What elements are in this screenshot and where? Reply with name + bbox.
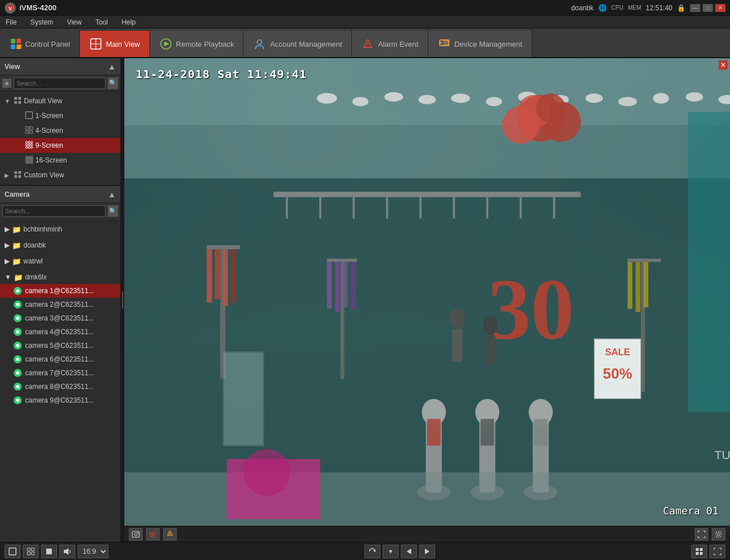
svg-rect-113 (427, 419, 440, 446)
svg-rect-30 (31, 141, 33, 143)
camera-item-7[interactable]: camera 7@C623511... (0, 366, 120, 380)
add-view-button[interactable]: + (2, 79, 11, 88)
layout-button[interactable] (691, 545, 707, 558)
svg-rect-157 (696, 548, 699, 551)
svg-rect-151 (31, 552, 34, 555)
camera-group-header-watrwl[interactable]: ▶ 📁 watrwl (0, 254, 120, 268)
tab-label-device-management: Device Management (455, 40, 522, 48)
camera-item-8[interactable]: camera 8@C623511... (0, 380, 120, 393)
refresh-button[interactable] (364, 545, 380, 558)
camera-item-5[interactable]: camera 5@C623511... (0, 339, 120, 352)
tree-item-1-screen[interactable]: 1-Screen (0, 108, 120, 123)
camera-panel-header[interactable]: Camera ▲ (0, 186, 120, 203)
close-button[interactable]: ✕ (715, 4, 725, 12)
tree-item-16-screen[interactable]: 16-Screen (0, 153, 120, 168)
camera-item-2[interactable]: camera 2@C623511... (0, 298, 120, 311)
single-screen-button[interactable] (5, 545, 21, 558)
svg-rect-27 (30, 131, 33, 133)
svg-text:SALE: SALE (605, 347, 630, 357)
svg-rect-35 (29, 147, 30, 148)
svg-rect-135 (485, 335, 496, 365)
view-search-input[interactable] (14, 78, 106, 89)
expand-button[interactable] (695, 528, 708, 541)
minimize-button[interactable]: — (690, 4, 700, 12)
menu-file[interactable]: File (2, 17, 20, 27)
maximize-button[interactable]: □ (703, 4, 713, 12)
aspect-ratio-select[interactable]: 16:9 4:3 1:1 (78, 545, 108, 558)
window-controls: — □ ✕ (690, 4, 725, 12)
next-button[interactable] (419, 545, 435, 558)
default-view-icon (14, 96, 22, 106)
camera-label-6: camera 6@C623511... (25, 355, 94, 363)
quad-screen-button[interactable] (23, 545, 39, 558)
view-panel-header[interactable]: View ▲ (0, 58, 120, 75)
tree-item-4-screen[interactable]: 4-Screen (0, 123, 120, 138)
video-area: ✕ (124, 58, 730, 542)
svg-point-142 (137, 532, 139, 533)
svg-point-132 (449, 309, 465, 328)
lock-icon: 🔒 (677, 4, 686, 12)
menu-tool[interactable]: Tool (92, 17, 111, 27)
stop-all-button[interactable] (41, 545, 57, 558)
video-bottom-right-icons (695, 528, 725, 541)
tree-item-custom-view[interactable]: ▶ Custom View (0, 168, 120, 182)
camera-group-header-doanbk[interactable]: ▶ 📁 doanbk (0, 238, 120, 252)
camera-toolbar: 🔍 (0, 203, 120, 219)
alarm-button[interactable] (163, 528, 177, 541)
view-panel: View ▲ + 🔍 ▼ (0, 58, 120, 185)
volume-button[interactable] (59, 545, 75, 558)
camera-item-1[interactable]: camera 1@C623511... (0, 284, 120, 298)
fullscreen-button[interactable] (709, 545, 725, 558)
toggle-watrwl: ▶ (5, 257, 10, 265)
custom-view-label: Custom View (24, 171, 64, 179)
svg-text:V: V (9, 6, 12, 11)
settings-video-button[interactable] (712, 528, 725, 541)
camera-item-9[interactable]: camera 9@C623511... (0, 393, 120, 407)
tab-device-management[interactable]: Device Management (428, 31, 532, 57)
svg-rect-127 (644, 262, 648, 307)
camera-status-5 (14, 342, 22, 350)
view-search-button[interactable]: 🔍 (108, 78, 118, 89)
svg-rect-159 (696, 552, 699, 555)
tab-control-panel[interactable]: Control Panel (0, 31, 80, 57)
default-view-label: Default View (24, 97, 62, 105)
cpu-icon: CPU (611, 5, 623, 11)
status-center-controls: ▾ (364, 545, 435, 558)
video-timestamp: 11-24-2018 Sat 11:49:41 (136, 67, 307, 81)
camera-search-button[interactable]: 🔍 (108, 205, 118, 217)
prev-button[interactable] (401, 545, 417, 558)
svg-rect-102 (231, 249, 236, 303)
tree-item-9-screen[interactable]: 9-Screen (0, 138, 120, 153)
dropdown-refresh-button[interactable]: ▾ (383, 545, 399, 558)
camera-search-input[interactable] (2, 205, 106, 217)
svg-rect-43 (30, 158, 31, 160)
menu-view[interactable]: View (63, 17, 85, 27)
svg-rect-51 (30, 162, 31, 164)
screenshot-button[interactable] (129, 528, 143, 541)
group-label-watrwl: watrwl (23, 257, 43, 265)
title-bar: V iVMS-4200 doanbk 🌐 CPU MEM 12:51:40 🔒 … (0, 0, 730, 16)
camera-item-3[interactable]: camera 3@C623511... (0, 311, 120, 325)
svg-rect-46 (28, 160, 30, 162)
camera-item-6[interactable]: camera 6@C623511... (0, 352, 120, 366)
camera-group-header-bchbinhminh[interactable]: ▶ 📁 bchbinhminh (0, 222, 120, 236)
close-video-button[interactable]: ✕ (719, 60, 728, 70)
tab-main-view[interactable]: Main View (80, 31, 150, 57)
record-button[interactable] (146, 528, 160, 541)
svg-text:30: 30 (487, 261, 574, 358)
svg-rect-56 (18, 175, 21, 178)
svg-rect-41 (26, 158, 27, 160)
svg-rect-105 (327, 262, 331, 309)
camera-group-header-dmk6lx[interactable]: ▼ 📁 dmk6lx (0, 270, 120, 284)
menu-help[interactable]: Help (118, 17, 139, 27)
tab-alarm-event[interactable]: Alarm Event (352, 31, 428, 57)
tab-account-management[interactable]: Account Management (244, 31, 351, 57)
svg-point-73 (451, 94, 470, 103)
svg-rect-36 (31, 147, 33, 148)
tree-item-default-view[interactable]: ▼ Default View (0, 94, 120, 108)
group-label-bchbinhminh: bchbinhminh (23, 225, 62, 233)
camera-item-4[interactable]: camera 4@C623511... (0, 325, 120, 339)
tab-remote-playback[interactable]: Remote Playback (150, 31, 244, 57)
menu-system[interactable]: System (27, 17, 56, 27)
svg-rect-54 (18, 171, 21, 174)
